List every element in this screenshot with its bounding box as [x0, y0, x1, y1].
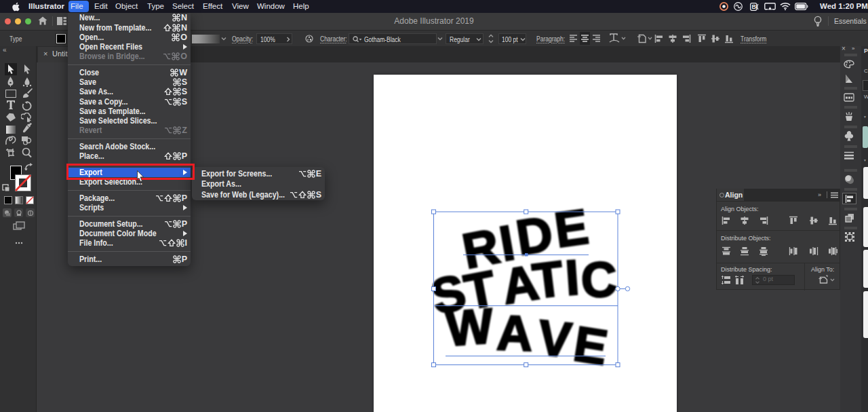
svg-text:W: W [444, 298, 494, 356]
svg-text:B: B [752, 3, 757, 10]
svg-text:A: A [496, 305, 534, 361]
svg-text:V: V [536, 310, 574, 368]
svg-text:T: T [530, 250, 566, 309]
svg-text:E: E [551, 198, 592, 257]
svg-text:C: C [580, 251, 618, 307]
svg-text:I: I [564, 249, 581, 305]
svg-text:E: E [570, 316, 612, 375]
